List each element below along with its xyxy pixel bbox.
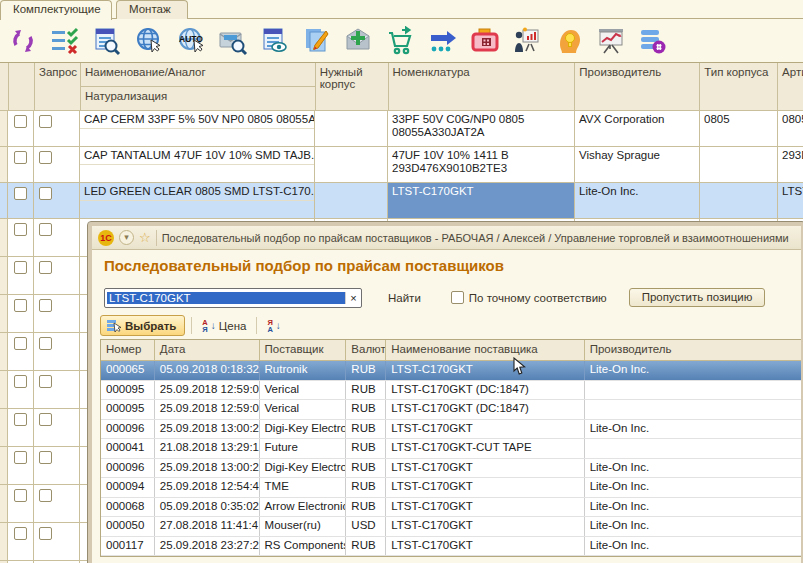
needed-package-column-header[interactable]: Нужный корпус	[316, 63, 389, 111]
cart-icon[interactable]	[384, 24, 417, 57]
favorite-star-icon[interactable]: ☆	[139, 230, 151, 245]
row-checkbox[interactable]	[14, 223, 27, 236]
idea-icon[interactable]	[552, 24, 585, 57]
request-checkbox[interactable]	[39, 261, 52, 274]
supplier-name-column-header[interactable]: Наименование поставщика	[386, 340, 584, 361]
manufacturer-value: Vishay Sprague	[575, 147, 700, 183]
clear-search-icon[interactable]: ×	[345, 292, 361, 304]
name-analog-column-header[interactable]: Наименование/Аналог Натурализация	[81, 63, 316, 111]
globe-cursor-icon[interactable]	[132, 24, 165, 57]
search-input-value: LTST-C170GKT	[107, 292, 345, 304]
table-row-selected[interactable]: LED GREEN CLEAR 0805 SMD LTST-C170... LT…	[0, 183, 803, 219]
row-checkbox[interactable]	[14, 115, 27, 128]
mail-search-icon[interactable]	[216, 24, 249, 57]
sort-by-price-button[interactable]: АЯ ↓ Цена	[198, 318, 250, 334]
row-checkbox[interactable]	[14, 489, 27, 502]
price-row[interactable]: 000095 25.09.2018 12:59:03 Verical RUB L…	[101, 400, 803, 420]
main-toolbar: AUTO	[0, 19, 803, 62]
currency-column-header[interactable]: Валюта	[346, 340, 386, 361]
route-icon[interactable]	[426, 24, 459, 57]
row-checkbox[interactable]	[14, 261, 27, 274]
row-checkbox[interactable]	[14, 299, 27, 312]
cash-register-icon[interactable]	[468, 24, 501, 57]
article-value: 0805	[778, 111, 803, 147]
nomenclature-column-header[interactable]: Номенклатура	[389, 63, 576, 111]
row-checkbox[interactable]	[14, 337, 27, 350]
components-table-header: Запрос Наименование/Аналог Натурализация…	[0, 63, 803, 111]
mail-add-icon[interactable]	[342, 24, 375, 57]
note-edit-icon[interactable]	[300, 24, 333, 57]
price-row[interactable]: 000096 25.09.2018 13:00:25 Digi-Key Elec…	[101, 459, 803, 479]
request-checkbox[interactable]	[39, 451, 52, 464]
request-checkbox[interactable]	[39, 527, 52, 540]
request-checkbox[interactable]	[39, 223, 52, 236]
article-column-header[interactable]: Артикул	[778, 63, 803, 111]
price-row[interactable]: 000050 27.08.2018 11:41:41 Mouser(ru) US…	[101, 517, 803, 537]
select-button[interactable]: Выбрать	[100, 315, 185, 336]
price-row[interactable]: 000095 25.09.2018 12:59:03 Verical RUB L…	[101, 381, 803, 401]
row-checkbox[interactable]	[14, 187, 27, 200]
component-name: LED GREEN CLEAR 0805 SMD LTST-C170...	[80, 183, 314, 200]
table-row[interactable]: CAP TANTALUM 47UF 10V 10% SMD TAJB... 47…	[0, 147, 803, 183]
search-input[interactable]: LTST-C170GKT ×	[104, 288, 362, 308]
package-type-value: 0805	[700, 111, 778, 147]
tab-bar: Комплектующие Монтаж	[0, 0, 803, 19]
app-window: Комплектующие Монтаж AUTO	[0, 0, 803, 563]
date-column-header[interactable]: Дата	[155, 340, 260, 361]
request-column-header[interactable]: Запрос	[35, 63, 81, 111]
number-column-header[interactable]: Номер	[101, 340, 155, 361]
globe-auto-icon[interactable]: AUTO	[174, 24, 207, 57]
list-search-icon[interactable]	[90, 24, 123, 57]
price-row[interactable]: 000096 25.09.2018 13:00:25 Digi-Key Elec…	[101, 420, 803, 440]
search-row: LTST-C170GKT × Найти По точному соответс…	[104, 287, 795, 308]
table-row[interactable]: CAP CERM 33PF 5% 50V NP0 0805 08055A... …	[0, 111, 803, 147]
request-checkbox[interactable]	[39, 115, 52, 128]
sort-za-icon: ЯА	[267, 319, 272, 333]
find-label: Найти	[388, 292, 421, 304]
row-checkbox[interactable]	[14, 375, 27, 388]
manufacturer-column-header[interactable]: Производитель	[575, 63, 700, 111]
package-type-column-header[interactable]: Тип корпуса	[700, 63, 778, 111]
tab-components[interactable]: Комплектующие	[0, 0, 112, 20]
price-row[interactable]: 000117 25.09.2018 23:27:25 RS Components…	[101, 537, 803, 557]
svg-text:AUTO: AUTO	[179, 34, 203, 44]
presentation-icon[interactable]	[510, 24, 543, 57]
sort-za-button[interactable]: ЯА ↓	[263, 318, 284, 334]
component-name: CAP CERM 33PF 5% 50V NP0 0805 08055A...	[80, 111, 314, 128]
checklist-icon[interactable]	[48, 24, 81, 57]
naturalization-value	[80, 200, 314, 218]
price-row[interactable]: 000094 25.09.2018 12:54:43 TME RUB LTST-…	[101, 478, 803, 498]
row-checkbox[interactable]	[14, 151, 27, 164]
refresh-icon[interactable]	[6, 24, 39, 57]
skip-position-button[interactable]: Пропустить позицию	[629, 288, 766, 307]
request-checkbox[interactable]	[39, 151, 52, 164]
price-row[interactable]: 000041 21.08.2018 13:29:17 Future RUB LT…	[101, 439, 803, 459]
request-checkbox[interactable]	[39, 337, 52, 350]
supplier-column-header[interactable]: Поставщик	[260, 340, 347, 361]
dialog-heading: Последовательный подбор по прайсам поста…	[104, 257, 801, 274]
needed-package-value	[315, 183, 388, 219]
request-checkbox[interactable]	[39, 489, 52, 502]
request-checkbox[interactable]	[39, 299, 52, 312]
database-icon[interactable]	[636, 24, 669, 57]
window-menu-button[interactable]: ▾	[119, 230, 134, 245]
row-checkbox[interactable]	[14, 527, 27, 540]
row-checkbox[interactable]	[14, 413, 27, 426]
needed-package-value	[315, 111, 388, 147]
exact-match-checkbox[interactable]	[451, 291, 464, 304]
price-row[interactable]: 000068 05.09.2018 0:35:02 Arrow Electron…	[101, 498, 803, 518]
request-checkbox[interactable]	[39, 413, 52, 426]
list-eye-icon[interactable]	[258, 24, 291, 57]
component-name: CAP TANTALUM 47UF 10V 10% SMD TAJB...	[80, 147, 314, 164]
row-checkbox[interactable]	[14, 451, 27, 464]
manufacturer-column-header[interactable]: Производитель	[585, 340, 803, 361]
dialog-title-bar[interactable]: 1С ▾ ☆ Последовательный подбор по прайса…	[92, 226, 801, 250]
board-chart-icon[interactable]	[594, 24, 627, 57]
naturalization-value	[80, 164, 314, 182]
exact-match-label: По точному соответствию	[469, 292, 607, 304]
price-row-selected[interactable]: 000065 05.09.2018 0:18:32 Rutronik RUB L…	[101, 361, 803, 381]
request-checkbox[interactable]	[39, 187, 52, 200]
request-checkbox[interactable]	[39, 375, 52, 388]
exact-match-option[interactable]: По точному соответствию	[451, 291, 607, 304]
tab-montage[interactable]: Монтаж	[116, 0, 188, 19]
